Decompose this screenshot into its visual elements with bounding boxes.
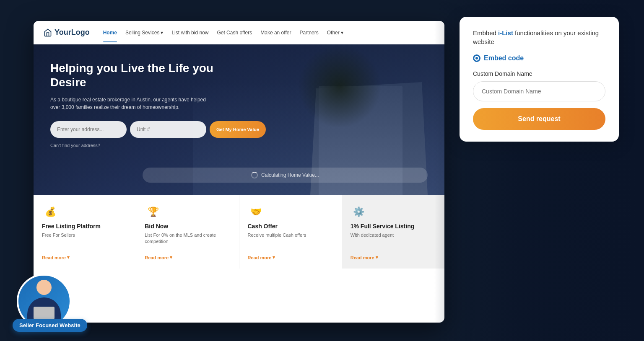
feature-icon-2: 🤝 [248,204,265,220]
hero-tree [298,44,382,128]
nav-links: Home Selling Sevices ▾ List with bid now… [103,30,434,36]
search-bar: Get My Home Value [50,121,226,138]
hero-subtitle: As a boutique real estate brokerage in A… [50,96,210,111]
read-more-2[interactable]: Read more ▾ [248,255,333,260]
search-button[interactable]: Get My Home Value [210,121,266,138]
calculating-label: Calculating Home Value... [261,172,319,178]
feature-icon-3: ⚙️ [351,204,367,220]
nav-logo: YourLogo [44,28,90,37]
hero-section: Helping you Live the Life you Desire As … [34,44,444,195]
read-more-3[interactable]: Read more ▾ [351,255,436,260]
feature-title-2: Cash Offer [248,223,333,230]
feature-title-0: Free Listing Platform [42,223,127,230]
person-laptop [34,307,55,319]
read-more-0[interactable]: Read more ▾ [42,255,127,260]
feature-desc-3: With dedicated agent [351,232,436,238]
feature-card-1: 🏆 Bid Now List For 0% on the MLS and cre… [136,195,239,269]
feature-card-0: 💰 Free Listing Platform Free For Sellers… [34,195,136,269]
nav-offer[interactable]: Make an offer [260,30,291,36]
logo-text: YourLogo [55,28,90,37]
feature-desc-0: Free For Sellers [42,232,127,238]
page-wrapper: YourLogo Home Selling Sevices ▾ List wit… [0,0,644,341]
embed-radio[interactable] [473,54,480,62]
read-more-1[interactable]: Read more ▾ [145,255,230,260]
embed-header: Embbed i-List functionalities on your ex… [473,28,605,46]
domain-label: Custom Domain Name [473,70,605,77]
website-mockup: YourLogo Home Selling Sevices ▾ List wit… [34,21,444,323]
spinner-icon [251,172,258,178]
nav-selling[interactable]: Selling Sevices ▾ [125,30,163,36]
person-head [36,280,52,295]
nav-home[interactable]: Home [103,30,117,36]
unit-input[interactable] [130,121,206,138]
embed-option-label: Embed code [484,54,524,62]
nav-partners[interactable]: Partners [299,30,318,36]
feature-icon-0: 💰 [42,204,59,220]
feature-title-1: Bid Now [145,223,230,230]
feature-card-3: ⚙️ 1% Full Service Listing With dedicate… [342,195,444,269]
cant-find-text: Can't find your address? [50,143,226,148]
feature-desc-2: Receive multiple Cash offers [248,232,333,238]
calculating-bar: Calculating Home Value... [143,168,428,183]
feature-title-3: 1% Full Service Listing [351,223,436,230]
embed-option: Embed code [473,54,605,62]
seller-badge: Seller Focused Website [13,319,87,332]
brand-text: i-List [498,29,513,36]
nav-cash[interactable]: Get Cash offers [217,30,252,36]
hero-title: Helping you Live the Life you Desire [50,61,226,89]
nav-other[interactable]: Other ▾ [327,30,343,36]
nav-list[interactable]: List with bid now [171,30,208,36]
person-avatar: Seller Focused Website [17,274,71,328]
send-request-button[interactable]: Send request [473,108,605,130]
feature-cards: 💰 Free Listing Platform Free For Sellers… [34,195,444,269]
address-input[interactable] [50,121,127,138]
feature-icon-1: 🏆 [145,204,161,220]
feature-card-2: 🤝 Cash Offer Receive multiple Cash offer… [239,195,342,269]
hero-content: Helping you Live the Life you Desire As … [34,44,243,165]
nav-bar: YourLogo Home Selling Sevices ▾ List wit… [34,21,444,44]
embed-card: Embbed i-List functionalities on your ex… [460,17,619,142]
domain-input[interactable] [473,81,605,101]
feature-desc-1: List For 0% on the MLS and create compet… [145,232,230,245]
